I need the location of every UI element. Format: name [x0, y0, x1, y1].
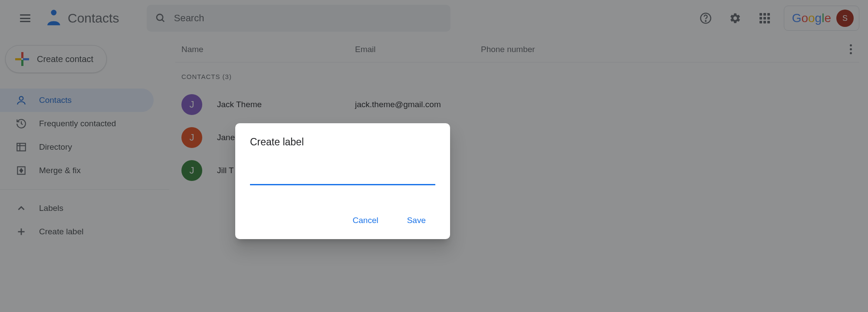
- dialog-actions: Cancel Save: [250, 211, 435, 230]
- save-button[interactable]: Save: [404, 211, 429, 230]
- cancel-button[interactable]: Cancel: [349, 211, 382, 230]
- label-name-input[interactable]: [250, 169, 435, 185]
- dialog-title: Create label: [250, 136, 435, 148]
- create-label-dialog: Create label Cancel Save: [235, 123, 450, 239]
